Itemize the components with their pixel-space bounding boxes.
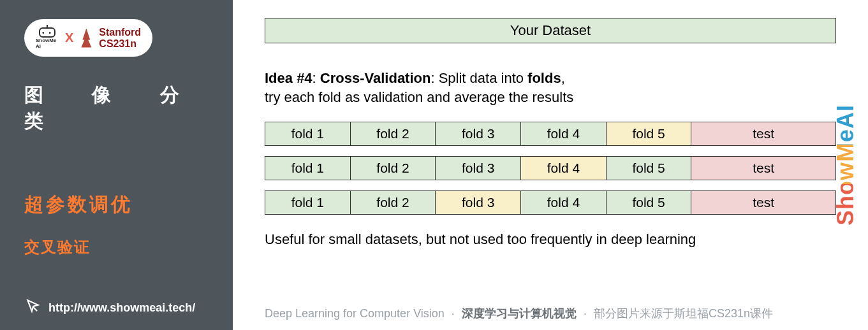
url-text: http://www.showmeai.tech/ <box>48 301 195 315</box>
test-cell: test <box>691 122 835 145</box>
fold-cell: fold 1 <box>265 122 351 145</box>
fold-cell: fold 5 <box>607 191 692 214</box>
folds-wrap: fold 1fold 2fold 3fold 4fold 5test fold … <box>265 122 836 215</box>
bottom-note: Useful for small datasets, but not used … <box>265 231 836 248</box>
fold-cell: fold 5 <box>607 157 692 180</box>
idea-strong1: Idea #4 <box>265 70 313 86</box>
fold-row-3: fold 1fold 2fold 3fold 4fold 5test <box>265 190 836 215</box>
idea-strong2: Cross-Validation <box>320 70 431 86</box>
dataset-bar: Your Dataset <box>265 18 836 43</box>
cursor-icon <box>24 298 41 317</box>
showmeai-icon: ShowMe AI <box>36 27 59 49</box>
fold-cell: fold 4 <box>521 157 607 180</box>
footer: Deep Learning for Computer Vision · 深度学习… <box>265 306 836 321</box>
stanford-label: Stanford CS231n <box>99 27 141 49</box>
showmeai-label: ShowMe AI <box>36 38 59 49</box>
fold-row-2: fold 1fold 2fold 3fold 4fold 5test <box>265 156 836 180</box>
footer-dot2: · <box>584 307 587 320</box>
sidebar: ShowMe AI X Stanford CS231n 图 像 分 类 超参数调… <box>0 0 233 330</box>
fold-cell: fold 1 <box>265 191 351 214</box>
topic-title: 图 像 分 类 <box>24 82 209 134</box>
fold-cell: fold 3 <box>436 122 521 145</box>
fold-cell: fold 1 <box>265 157 351 180</box>
footer-part2: 深度学习与计算机视觉 <box>462 307 577 320</box>
idea-strong3: folds <box>527 70 561 86</box>
idea-mid: : Split data into <box>430 70 527 86</box>
footer-part3: 部分图片来源于斯坦福CS231n课件 <box>594 307 773 320</box>
fold-cell: fold 4 <box>521 122 607 145</box>
fold-cell: fold 5 <box>607 122 692 145</box>
section-title: 超参数调优 <box>24 192 209 218</box>
fold-cell: fold 3 <box>436 157 521 180</box>
footer-part1: Deep Learning for Computer Vision <box>265 307 445 320</box>
fold-cell: fold 2 <box>351 122 436 145</box>
idea-text: Idea #4: Cross-Validation: Split data in… <box>265 69 836 106</box>
test-cell: test <box>691 157 835 180</box>
watermark: ShowMeAI <box>832 104 859 226</box>
separator-x: X <box>65 31 73 45</box>
stanford-tree-icon <box>80 29 92 48</box>
url-row: http://www.showmeai.tech/ <box>24 298 195 317</box>
idea-colon1: : <box>313 70 320 86</box>
footer-dot1: · <box>452 307 455 320</box>
section-subtitle: 交叉验证 <box>24 237 209 257</box>
fold-cell: fold 3 <box>436 191 521 214</box>
fold-row-1: fold 1fold 2fold 3fold 4fold 5test <box>265 122 836 146</box>
main-content: ShowMeAI Your Dataset Idea #4: Cross-Val… <box>233 0 868 330</box>
test-cell: test <box>691 191 835 214</box>
stanford-line1: Stanford <box>99 27 141 38</box>
idea-tail: , <box>561 70 565 86</box>
fold-cell: fold 2 <box>351 191 436 214</box>
fold-cell: fold 2 <box>351 157 436 180</box>
fold-cell: fold 4 <box>521 191 607 214</box>
idea-line2: try each fold as validation and average … <box>265 89 573 105</box>
stanford-line2: CS231n <box>99 38 141 50</box>
logo-pill: ShowMe AI X Stanford CS231n <box>24 19 152 57</box>
